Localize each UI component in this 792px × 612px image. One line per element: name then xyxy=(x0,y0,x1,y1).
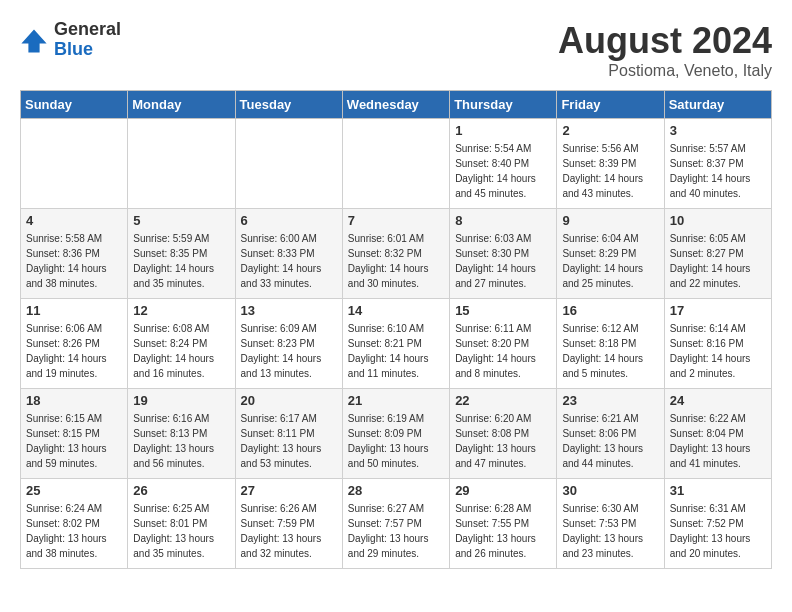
day-info: Sunrise: 6:08 AM Sunset: 8:24 PM Dayligh… xyxy=(133,321,229,381)
day-number: 6 xyxy=(241,213,337,228)
svg-marker-0 xyxy=(21,29,46,52)
day-info: Sunrise: 6:17 AM Sunset: 8:11 PM Dayligh… xyxy=(241,411,337,471)
calendar-day-cell: 6Sunrise: 6:00 AM Sunset: 8:33 PM Daylig… xyxy=(235,209,342,299)
calendar-table: Sunday Monday Tuesday Wednesday Thursday… xyxy=(20,90,772,569)
day-number: 10 xyxy=(670,213,766,228)
day-info: Sunrise: 6:19 AM Sunset: 8:09 PM Dayligh… xyxy=(348,411,444,471)
day-number: 19 xyxy=(133,393,229,408)
calendar-day-cell: 28Sunrise: 6:27 AM Sunset: 7:57 PM Dayli… xyxy=(342,479,449,569)
logo: General Blue xyxy=(20,20,121,60)
calendar-day-cell: 3Sunrise: 5:57 AM Sunset: 8:37 PM Daylig… xyxy=(664,119,771,209)
day-info: Sunrise: 6:22 AM Sunset: 8:04 PM Dayligh… xyxy=(670,411,766,471)
day-info: Sunrise: 6:31 AM Sunset: 7:52 PM Dayligh… xyxy=(670,501,766,561)
day-info: Sunrise: 6:06 AM Sunset: 8:26 PM Dayligh… xyxy=(26,321,122,381)
calendar-day-cell: 19Sunrise: 6:16 AM Sunset: 8:13 PM Dayli… xyxy=(128,389,235,479)
day-info: Sunrise: 6:25 AM Sunset: 8:01 PM Dayligh… xyxy=(133,501,229,561)
day-number: 16 xyxy=(562,303,658,318)
header-row: Sunday Monday Tuesday Wednesday Thursday… xyxy=(21,91,772,119)
day-number: 27 xyxy=(241,483,337,498)
calendar-day-cell: 7Sunrise: 6:01 AM Sunset: 8:32 PM Daylig… xyxy=(342,209,449,299)
day-number: 23 xyxy=(562,393,658,408)
day-info: Sunrise: 6:12 AM Sunset: 8:18 PM Dayligh… xyxy=(562,321,658,381)
header-sunday: Sunday xyxy=(21,91,128,119)
calendar-day-cell: 1Sunrise: 5:54 AM Sunset: 8:40 PM Daylig… xyxy=(450,119,557,209)
day-number: 18 xyxy=(26,393,122,408)
day-number: 5 xyxy=(133,213,229,228)
day-info: Sunrise: 6:01 AM Sunset: 8:32 PM Dayligh… xyxy=(348,231,444,291)
day-info: Sunrise: 6:09 AM Sunset: 8:23 PM Dayligh… xyxy=(241,321,337,381)
day-info: Sunrise: 6:04 AM Sunset: 8:29 PM Dayligh… xyxy=(562,231,658,291)
day-number: 25 xyxy=(26,483,122,498)
title-block: August 2024 Postioma, Veneto, Italy xyxy=(558,20,772,80)
day-number: 21 xyxy=(348,393,444,408)
calendar-day-cell: 30Sunrise: 6:30 AM Sunset: 7:53 PM Dayli… xyxy=(557,479,664,569)
calendar-day-cell: 21Sunrise: 6:19 AM Sunset: 8:09 PM Dayli… xyxy=(342,389,449,479)
calendar-day-cell xyxy=(21,119,128,209)
calendar-day-cell: 11Sunrise: 6:06 AM Sunset: 8:26 PM Dayli… xyxy=(21,299,128,389)
day-info: Sunrise: 6:03 AM Sunset: 8:30 PM Dayligh… xyxy=(455,231,551,291)
calendar-day-cell: 22Sunrise: 6:20 AM Sunset: 8:08 PM Dayli… xyxy=(450,389,557,479)
logo-icon xyxy=(20,26,48,54)
calendar-day-cell: 16Sunrise: 6:12 AM Sunset: 8:18 PM Dayli… xyxy=(557,299,664,389)
calendar-day-cell: 20Sunrise: 6:17 AM Sunset: 8:11 PM Dayli… xyxy=(235,389,342,479)
calendar-week-row: 25Sunrise: 6:24 AM Sunset: 8:02 PM Dayli… xyxy=(21,479,772,569)
month-year-title: August 2024 xyxy=(558,20,772,62)
day-number: 26 xyxy=(133,483,229,498)
day-number: 17 xyxy=(670,303,766,318)
day-number: 8 xyxy=(455,213,551,228)
day-info: Sunrise: 6:21 AM Sunset: 8:06 PM Dayligh… xyxy=(562,411,658,471)
location-text: Postioma, Veneto, Italy xyxy=(558,62,772,80)
header-saturday: Saturday xyxy=(664,91,771,119)
calendar-day-cell: 13Sunrise: 6:09 AM Sunset: 8:23 PM Dayli… xyxy=(235,299,342,389)
day-number: 4 xyxy=(26,213,122,228)
day-number: 22 xyxy=(455,393,551,408)
calendar-day-cell: 31Sunrise: 6:31 AM Sunset: 7:52 PM Dayli… xyxy=(664,479,771,569)
calendar-day-cell: 8Sunrise: 6:03 AM Sunset: 8:30 PM Daylig… xyxy=(450,209,557,299)
day-number: 3 xyxy=(670,123,766,138)
day-info: Sunrise: 5:54 AM Sunset: 8:40 PM Dayligh… xyxy=(455,141,551,201)
day-info: Sunrise: 5:56 AM Sunset: 8:39 PM Dayligh… xyxy=(562,141,658,201)
day-info: Sunrise: 6:00 AM Sunset: 8:33 PM Dayligh… xyxy=(241,231,337,291)
day-info: Sunrise: 6:14 AM Sunset: 8:16 PM Dayligh… xyxy=(670,321,766,381)
calendar-day-cell xyxy=(235,119,342,209)
calendar-day-cell: 2Sunrise: 5:56 AM Sunset: 8:39 PM Daylig… xyxy=(557,119,664,209)
day-info: Sunrise: 6:28 AM Sunset: 7:55 PM Dayligh… xyxy=(455,501,551,561)
day-info: Sunrise: 6:30 AM Sunset: 7:53 PM Dayligh… xyxy=(562,501,658,561)
calendar-day-cell: 12Sunrise: 6:08 AM Sunset: 8:24 PM Dayli… xyxy=(128,299,235,389)
logo-text: General Blue xyxy=(54,20,121,60)
day-number: 29 xyxy=(455,483,551,498)
day-number: 12 xyxy=(133,303,229,318)
day-info: Sunrise: 6:11 AM Sunset: 8:20 PM Dayligh… xyxy=(455,321,551,381)
day-info: Sunrise: 6:24 AM Sunset: 8:02 PM Dayligh… xyxy=(26,501,122,561)
calendar-day-cell: 24Sunrise: 6:22 AM Sunset: 8:04 PM Dayli… xyxy=(664,389,771,479)
day-number: 15 xyxy=(455,303,551,318)
calendar-day-cell xyxy=(342,119,449,209)
day-info: Sunrise: 6:26 AM Sunset: 7:59 PM Dayligh… xyxy=(241,501,337,561)
calendar-day-cell: 18Sunrise: 6:15 AM Sunset: 8:15 PM Dayli… xyxy=(21,389,128,479)
day-number: 11 xyxy=(26,303,122,318)
calendar-day-cell: 23Sunrise: 6:21 AM Sunset: 8:06 PM Dayli… xyxy=(557,389,664,479)
calendar-week-row: 11Sunrise: 6:06 AM Sunset: 8:26 PM Dayli… xyxy=(21,299,772,389)
calendar-header: Sunday Monday Tuesday Wednesday Thursday… xyxy=(21,91,772,119)
calendar-day-cell: 25Sunrise: 6:24 AM Sunset: 8:02 PM Dayli… xyxy=(21,479,128,569)
calendar-day-cell: 9Sunrise: 6:04 AM Sunset: 8:29 PM Daylig… xyxy=(557,209,664,299)
day-number: 30 xyxy=(562,483,658,498)
day-info: Sunrise: 5:59 AM Sunset: 8:35 PM Dayligh… xyxy=(133,231,229,291)
day-number: 1 xyxy=(455,123,551,138)
header-wednesday: Wednesday xyxy=(342,91,449,119)
day-info: Sunrise: 6:05 AM Sunset: 8:27 PM Dayligh… xyxy=(670,231,766,291)
header-monday: Monday xyxy=(128,91,235,119)
calendar-day-cell: 29Sunrise: 6:28 AM Sunset: 7:55 PM Dayli… xyxy=(450,479,557,569)
calendar-day-cell: 17Sunrise: 6:14 AM Sunset: 8:16 PM Dayli… xyxy=(664,299,771,389)
day-number: 9 xyxy=(562,213,658,228)
day-info: Sunrise: 6:16 AM Sunset: 8:13 PM Dayligh… xyxy=(133,411,229,471)
day-number: 2 xyxy=(562,123,658,138)
calendar-week-row: 18Sunrise: 6:15 AM Sunset: 8:15 PM Dayli… xyxy=(21,389,772,479)
header-friday: Friday xyxy=(557,91,664,119)
day-number: 28 xyxy=(348,483,444,498)
day-info: Sunrise: 6:15 AM Sunset: 8:15 PM Dayligh… xyxy=(26,411,122,471)
calendar-day-cell: 27Sunrise: 6:26 AM Sunset: 7:59 PM Dayli… xyxy=(235,479,342,569)
day-info: Sunrise: 5:58 AM Sunset: 8:36 PM Dayligh… xyxy=(26,231,122,291)
header-thursday: Thursday xyxy=(450,91,557,119)
page-header: General Blue August 2024 Postioma, Venet… xyxy=(20,20,772,80)
